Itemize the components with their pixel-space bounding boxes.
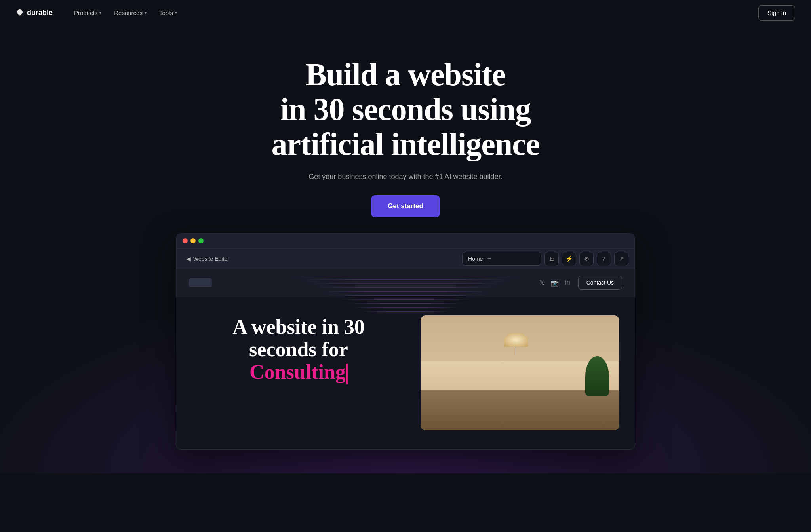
- preview-text: A website in 30 seconds for Consulting: [192, 315, 405, 430]
- logo-text: durable: [27, 9, 53, 17]
- instagram-icon[interactable]: 📷: [551, 279, 559, 287]
- durable-logo-icon: [16, 9, 24, 17]
- preview-logo-placeholder: [189, 278, 212, 287]
- preview-room-image: [421, 315, 619, 430]
- nav-resources[interactable]: Resources ▾: [109, 6, 152, 19]
- back-button[interactable]: ◀ Website Editor: [183, 253, 233, 264]
- text-cursor: [346, 364, 348, 384]
- monitor-icon-button[interactable]: 🖥: [544, 252, 559, 266]
- external-link-icon-button[interactable]: ↗: [614, 252, 628, 266]
- room-floor: [421, 390, 619, 431]
- minimize-dot[interactable]: [190, 238, 196, 243]
- help-icon-button[interactable]: ?: [597, 252, 611, 266]
- gear-icon-button[interactable]: ⚙: [579, 252, 594, 266]
- lamp-cord: [516, 347, 516, 355]
- external-link-icon: ↗: [619, 255, 624, 262]
- get-started-button[interactable]: Get started: [371, 195, 440, 217]
- chevron-down-icon: ▾: [145, 11, 147, 15]
- preview-heading-accent: Consulting: [249, 361, 346, 383]
- maximize-dot[interactable]: [198, 238, 204, 243]
- url-text: Home: [468, 256, 483, 262]
- lightning-icon: ⚡: [565, 255, 573, 262]
- linkedin-icon[interactable]: in: [565, 279, 570, 286]
- logo[interactable]: durable: [16, 9, 53, 17]
- plant-decoration: [585, 356, 609, 396]
- nav-tools[interactable]: Tools ▾: [154, 6, 183, 19]
- browser-dots: [183, 238, 204, 243]
- website-preview: 𝕏 📷 in Contact Us A website in 30 second…: [176, 269, 635, 449]
- chevron-down-icon: ▾: [175, 11, 177, 15]
- lightning-icon-button[interactable]: ⚡: [562, 252, 576, 266]
- nav-products[interactable]: Products ▾: [69, 6, 107, 19]
- preview-header: 𝕏 📷 in Contact Us: [176, 269, 635, 296]
- help-icon: ?: [602, 255, 605, 262]
- contact-us-button[interactable]: Contact Us: [578, 276, 622, 290]
- gear-icon: ⚙: [584, 255, 589, 262]
- nav-links: Products ▾ Resources ▾ Tools ▾: [69, 6, 413, 19]
- editor-toolbar: ◀ Website Editor Home ＋ 🖥 ⚡ ⚙ ? ↗: [176, 249, 635, 269]
- room-illustration: [421, 315, 619, 430]
- chevron-down-icon: ▾: [99, 11, 101, 15]
- social-icons: 𝕏 📷 in: [539, 279, 570, 287]
- browser-chrome: [176, 234, 635, 249]
- preview-content: A website in 30 seconds for Consulting: [176, 296, 635, 449]
- navigation: durable Products ▾ Resources ▾ Tools ▾ S…: [0, 0, 811, 25]
- sign-in-button[interactable]: Sign In: [758, 5, 795, 21]
- preview-heading: A website in 30 seconds for Consulting: [192, 315, 405, 384]
- browser-mockup: ◀ Website Editor Home ＋ 🖥 ⚡ ⚙ ? ↗: [176, 233, 635, 450]
- monitor-icon: 🖥: [549, 255, 555, 262]
- website-editor-label: Website Editor: [193, 256, 229, 262]
- twitter-icon[interactable]: 𝕏: [539, 279, 544, 287]
- hero-section: Build a website in 30 seconds using arti…: [0, 25, 811, 473]
- lamp-shade: [504, 333, 528, 347]
- hero-headline: Build a website in 30 seconds using arti…: [227, 57, 584, 162]
- close-dot[interactable]: [183, 238, 188, 243]
- hero-subheadline: Get your business online today with the …: [8, 173, 803, 181]
- lamp: [500, 333, 532, 357]
- url-bar[interactable]: Home ＋: [462, 252, 541, 266]
- url-plus-icon[interactable]: ＋: [486, 255, 492, 263]
- back-arrow-icon: ◀: [187, 256, 191, 262]
